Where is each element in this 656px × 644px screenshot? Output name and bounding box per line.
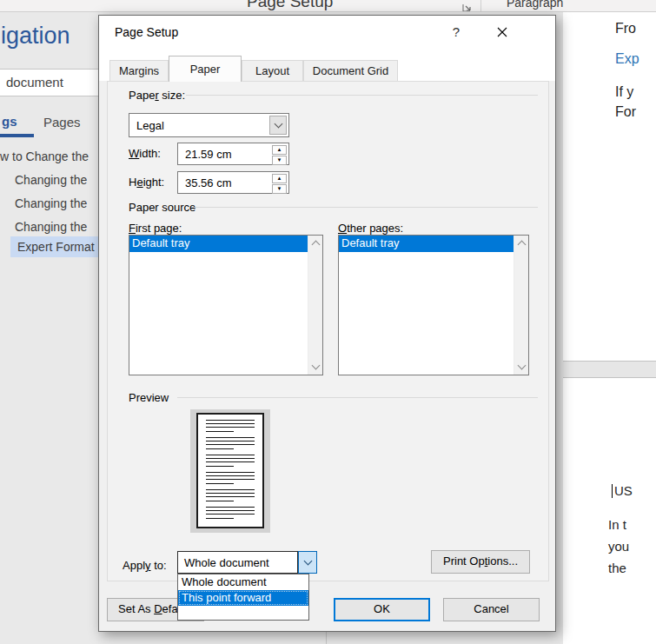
spinner-up-icon[interactable]: ▲: [272, 174, 287, 183]
tab-margins[interactable]: Margins: [109, 60, 169, 82]
document-text-line: If y: [615, 84, 633, 100]
chevron-down-icon[interactable]: [269, 116, 287, 135]
paper-size-value: Legal: [136, 119, 164, 132]
document-page-1: [563, 12, 656, 361]
apply-to-combobox[interactable]: Whole document: [177, 551, 298, 574]
help-icon[interactable]: ?: [445, 23, 467, 42]
spinner-down-icon[interactable]: ▼: [272, 156, 287, 165]
group-divider-line: [177, 397, 538, 398]
document-text-line: Fro: [615, 21, 636, 37]
nav-heading-item[interactable]: Changing the: [15, 196, 87, 210]
apply-to-label: Apply to:: [123, 559, 167, 572]
search-input-value: document: [6, 75, 63, 90]
ribbon-group-page-setup: Page Setup: [247, 0, 333, 11]
apply-to-dropdown-list: Whole document This point forward: [177, 574, 309, 621]
navigation-pane-title: igation: [1, 23, 70, 50]
spinner-down-icon[interactable]: ▼: [272, 184, 287, 194]
first-page-label: First page:: [129, 222, 182, 235]
document-text-line: the: [608, 561, 626, 575]
listbox-scrollbar[interactable]: [514, 236, 528, 375]
first-page-listbox[interactable]: Default tray: [129, 235, 323, 375]
nav-tab-headings[interactable]: gs: [2, 114, 17, 129]
width-field[interactable]: 21.59 cm ▲ ▼: [177, 143, 289, 165]
dialog-title: Page Setup: [115, 25, 178, 39]
scroll-up-icon[interactable]: [514, 236, 528, 250]
word-window: Page Setup Paragraph Fro Exp If y For US…: [0, 0, 656, 644]
active-tab-indicator: [0, 134, 34, 137]
width-spinner: ▲ ▼: [272, 145, 287, 163]
height-value: 35.56 cm: [185, 176, 231, 189]
group-divider-line: [186, 95, 538, 96]
ok-button[interactable]: OK: [334, 598, 430, 621]
tab-layout[interactable]: Layout: [242, 60, 303, 82]
dropdown-option-highlighted[interactable]: This point forward: [178, 590, 308, 606]
listbox-scrollbar[interactable]: [308, 236, 322, 375]
document-page-2: [563, 378, 656, 644]
scroll-down-icon[interactable]: [514, 360, 528, 375]
scroll-up-icon[interactable]: [308, 236, 322, 250]
paper-size-group-label: Paper size:: [129, 89, 185, 102]
page-break-gap: [563, 361, 656, 378]
document-text-line: you: [608, 539, 629, 554]
cancel-button[interactable]: Cancel: [443, 598, 540, 621]
width-value: 21.59 cm: [185, 148, 231, 161]
nav-heading-item-selected[interactable]: Expert Format: [10, 236, 98, 257]
document-text-line: US: [612, 483, 633, 498]
preview-page-icon: [196, 413, 264, 528]
navigation-pane: igation document gs Pages w to Change th…: [0, 12, 98, 644]
width-label: Width:: [129, 147, 161, 160]
paper-source-group-label: Paper source: [129, 201, 195, 214]
nav-heading-item[interactable]: Changing the: [15, 173, 87, 187]
close-icon[interactable]: [487, 21, 518, 43]
tab-paper[interactable]: Paper: [169, 56, 242, 82]
height-spinner: ▲ ▼: [272, 174, 287, 191]
document-text-line: For: [615, 104, 636, 120]
navigation-search-input[interactable]: document: [0, 69, 99, 96]
ribbon-strip: Page Setup Paragraph: [0, 0, 656, 12]
preview-group-label: Preview: [129, 391, 169, 404]
list-item-selected[interactable]: Default tray: [129, 236, 308, 252]
height-field[interactable]: 35.56 cm ▲ ▼: [177, 171, 289, 194]
nav-heading-item[interactable]: Changing the: [15, 220, 87, 234]
dialog-launcher-icon[interactable]: [462, 1, 473, 11]
chevron-down-icon[interactable]: [298, 551, 317, 574]
spinner-up-icon[interactable]: ▲: [272, 145, 287, 155]
text-cursor: [612, 484, 613, 498]
other-pages-label: Other pages:: [338, 222, 403, 235]
document-text-line: In t: [608, 517, 626, 532]
ribbon-group-divider: [480, 0, 481, 12]
nav-heading-item[interactable]: w to Change the: [0, 149, 89, 163]
page-setup-dialog: Page Setup ? Margins Paper Layout Docume…: [98, 15, 556, 632]
ribbon-group-paragraph: Paragraph: [507, 0, 563, 10]
preview-thumbnail: [190, 409, 270, 533]
page-edge-line: [326, 630, 327, 644]
document-hyperlink-text: Exp: [615, 51, 639, 67]
apply-to-value: Whole document: [184, 556, 269, 569]
height-label: Height:: [129, 176, 164, 189]
list-item-selected[interactable]: Default tray: [339, 236, 514, 252]
scroll-down-icon[interactable]: [308, 360, 322, 375]
other-pages-listbox[interactable]: Default tray: [338, 235, 529, 375]
nav-tab-pages[interactable]: Pages: [43, 115, 81, 129]
tab-document-grid[interactable]: Document Grid: [303, 60, 398, 82]
print-options-button[interactable]: Print Options...: [431, 550, 530, 574]
dropdown-option[interactable]: Whole document: [178, 574, 308, 590]
paper-size-combobox[interactable]: Legal: [129, 113, 289, 137]
group-divider-line: [192, 207, 538, 208]
